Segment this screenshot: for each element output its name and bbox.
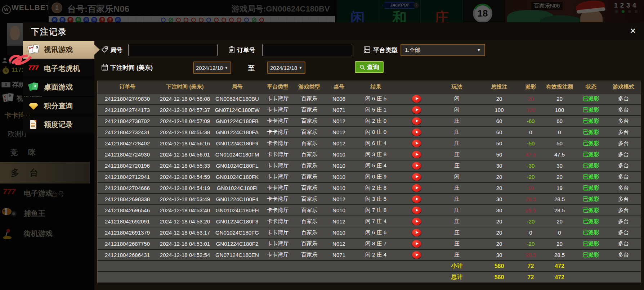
cell-mode: 多台 xyxy=(605,196,641,203)
cell-game-type: 百家乐 xyxy=(294,129,325,136)
play-icon[interactable] xyxy=(412,162,421,169)
search-button[interactable]: 查询 xyxy=(355,61,384,73)
play-icon[interactable] xyxy=(412,251,421,259)
play-icon[interactable] xyxy=(412,140,421,147)
cell-result: 闲 6 庄 5 xyxy=(353,95,398,102)
cell-platform: 卡卡湾厅 xyxy=(261,162,294,169)
cell-play-type: 庄 xyxy=(434,240,479,247)
cell-result: 闲 5 庄 4 xyxy=(353,162,398,169)
cell-game-type: 百家乐 xyxy=(294,218,325,225)
cell-mode: 多台 xyxy=(605,140,641,147)
play-icon[interactable] xyxy=(412,240,421,248)
close-icon[interactable]: ✕ xyxy=(630,27,636,35)
cell-bet-time: 2024-12-18 04:53:17 xyxy=(157,230,213,236)
play-icon[interactable] xyxy=(412,106,421,114)
records-rows: 241218042749830 2024-12-18 04:58:08 GN00… xyxy=(97,94,641,261)
date-to-select[interactable]: 2024/12/18 ▼ xyxy=(267,62,305,74)
cell-game-type: 百家乐 xyxy=(294,151,325,158)
date-from-select[interactable]: 2024/12/18 ▼ xyxy=(193,62,231,74)
sidebar-item-quota-records[interactable]: 额度记录 xyxy=(23,115,94,133)
tag-icon xyxy=(101,46,109,54)
order-input[interactable] xyxy=(262,44,352,56)
cell-replay xyxy=(398,106,434,114)
cell-bet-time: 2024-12-18 04:54:19 xyxy=(157,185,213,191)
cell-payout: -20 xyxy=(519,218,542,225)
chevron-down-icon: ▼ xyxy=(477,48,481,52)
cell-round-id: GN07124C180EN xyxy=(213,252,261,258)
platform-select[interactable]: 1.全部 ▼ xyxy=(401,44,485,56)
play-icon[interactable] xyxy=(412,207,421,214)
calendar-icon xyxy=(101,63,109,71)
cell-status: 已派彩 xyxy=(577,107,605,113)
cell-valid-bet: 0 xyxy=(542,230,577,236)
cell-table-no: N010 xyxy=(325,174,353,180)
play-icon[interactable] xyxy=(412,128,421,136)
cell-bet-time: 2024-12-18 04:54:59 xyxy=(157,174,213,180)
play-icon[interactable] xyxy=(412,95,421,103)
cell-result: 闲 3 庄 5 xyxy=(353,196,398,203)
play-icon[interactable] xyxy=(412,218,421,225)
cell-mode: 多台 xyxy=(605,129,641,136)
cell-replay xyxy=(398,195,434,203)
round-input[interactable] xyxy=(128,44,218,56)
cell-valid-bet: 60 xyxy=(542,118,577,124)
cell-payout: 0 xyxy=(519,129,542,135)
grand-total-total-bet: 560 xyxy=(479,274,519,281)
cell-valid-bet: 20 xyxy=(542,174,577,180)
bet-time-filter-label: 下注时间 (美东) xyxy=(110,64,153,72)
play-icon[interactable] xyxy=(412,195,421,203)
cell-table-no: N071 xyxy=(325,107,353,113)
sidebar-item-slots[interactable]: 777 电子老虎机 xyxy=(23,59,94,77)
cell-result: 闲 6 庄 4 xyxy=(353,140,398,147)
cell-total-bet: 20 xyxy=(479,218,519,225)
sidebar-item-video-games[interactable]: K♥9 视讯游戏 xyxy=(23,41,94,59)
sidebar-item-table-games[interactable]: $ 桌面游戏 xyxy=(23,78,94,96)
cell-total-bet: 20 xyxy=(479,241,519,247)
cell-table-no: N012 xyxy=(325,129,353,135)
play-icon[interactable] xyxy=(412,173,421,181)
screen: WWELLBET 1 台号:百家乐N06 游戏局号:GN00624C180BV … xyxy=(0,0,644,290)
search-button-label: 查询 xyxy=(367,63,379,71)
cell-payout: -30 xyxy=(519,163,542,169)
cell-game-type: 百家乐 xyxy=(294,185,325,191)
table-row: 241218042749830 2024-12-18 04:58:08 GN00… xyxy=(98,94,641,105)
cell-replay xyxy=(398,218,434,225)
play-icon[interactable] xyxy=(412,117,421,125)
magnifier-icon xyxy=(359,64,365,70)
cell-bet-time: 2024-12-18 04:56:38 xyxy=(157,129,213,135)
cell-play-type: 庄 xyxy=(434,140,479,147)
cell-replay xyxy=(398,240,434,248)
cell-result: 闲 2 庄 4 xyxy=(353,252,398,258)
cell-valid-bet: 28.5 xyxy=(542,252,577,258)
play-icon[interactable] xyxy=(412,229,421,236)
sidebar-item-points[interactable]: 积分查询 xyxy=(23,97,94,115)
cell-table-no: N010 xyxy=(325,230,353,236)
table-row: 241218042724930 2024-12-18 04:56:01 GN01… xyxy=(98,149,641,160)
cell-platform: 卡卡湾厅 xyxy=(261,129,294,136)
cell-result: 闲 7 庄 4 xyxy=(353,218,398,225)
table-row: 241218042704666 2024-12-18 04:54:19 GN01… xyxy=(98,183,641,194)
cell-table-no: N071 xyxy=(325,252,353,258)
cell-table-no: N012 xyxy=(325,140,353,146)
table-row: 241218042732431 2024-12-18 04:56:38 GN01… xyxy=(98,127,641,138)
round-filter-label: 局号 xyxy=(110,46,122,54)
cell-game-type: 百家乐 xyxy=(294,95,325,102)
cell-payout: -20 xyxy=(519,241,542,247)
cell-play-type: 闲 xyxy=(434,173,479,180)
cell-mode: 多台 xyxy=(605,218,641,225)
cell-order-id: 241218042724930 xyxy=(98,151,157,158)
table-row: 241218042712941 2024-12-18 04:54:59 GN01… xyxy=(98,172,641,183)
cell-order-id: 241218042749830 xyxy=(98,96,157,102)
cell-mode: 多台 xyxy=(605,207,641,214)
cell-table-no: N010 xyxy=(325,163,353,169)
diamond-icon xyxy=(28,100,40,111)
platform-filter-label: 平台类型 xyxy=(373,46,398,54)
play-icon[interactable] xyxy=(412,184,421,192)
cell-replay xyxy=(398,229,434,236)
play-icon[interactable] xyxy=(412,151,421,158)
cell-mode: 多台 xyxy=(605,252,641,258)
cell-payout: 100 xyxy=(519,107,542,113)
cell-mode: 多台 xyxy=(605,151,641,158)
cell-valid-bet: 30 xyxy=(542,163,577,169)
table-row: 241218042696546 2024-12-18 04:53:40 GN01… xyxy=(98,205,641,216)
